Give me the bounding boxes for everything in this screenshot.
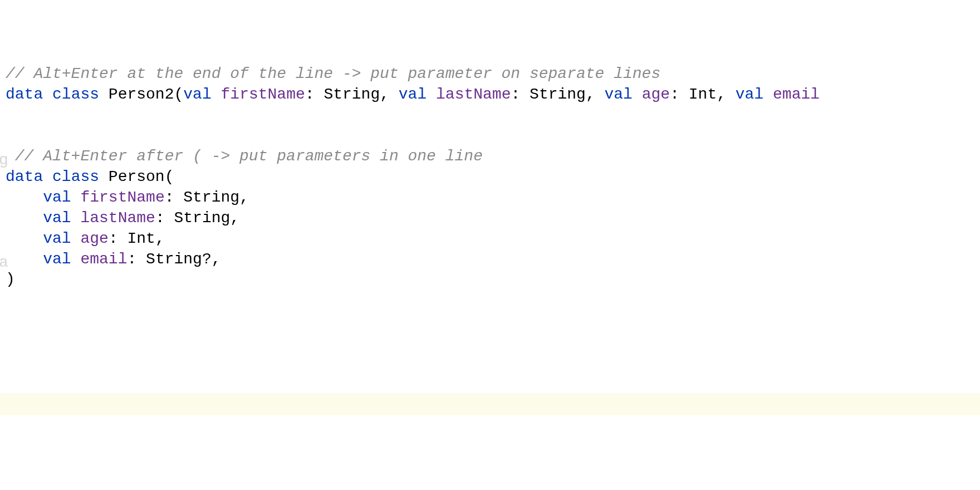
comma: , <box>586 86 605 103</box>
param-name: firstName <box>80 189 164 206</box>
type-name: Int <box>689 86 717 103</box>
param-name: lastName <box>80 209 155 227</box>
type-name: String <box>174 209 230 227</box>
keyword-val: val <box>43 189 71 206</box>
class-name: Person <box>109 168 165 185</box>
code-comment: // Alt+Enter after ( -> put parameters i… <box>6 148 483 165</box>
space <box>99 168 109 185</box>
comma: , <box>155 230 165 247</box>
colon: : <box>165 189 184 206</box>
colon: : <box>670 86 689 103</box>
code-comment: // Alt+Enter at the end of the line -> p… <box>6 65 660 82</box>
type-name: String <box>146 251 202 268</box>
space <box>43 168 52 185</box>
keyword-val: val <box>43 230 71 247</box>
param-name: age <box>80 230 108 247</box>
colon: : <box>109 230 128 247</box>
close-paren: ) <box>6 271 15 288</box>
param-name: firstName <box>221 86 305 103</box>
keyword-val: val <box>736 86 763 103</box>
space <box>212 86 221 103</box>
comma: , <box>717 86 736 103</box>
type-name: String <box>530 86 586 103</box>
keyword-data: data <box>6 168 43 185</box>
indent <box>6 189 43 206</box>
comma: , <box>380 86 399 103</box>
space <box>427 86 436 103</box>
param-name: lastName <box>436 86 511 103</box>
keyword-data: data <box>6 86 43 103</box>
nullable-comma: ?, <box>202 251 221 268</box>
param-name: email <box>773 86 820 103</box>
space <box>43 86 52 103</box>
type-name: Int <box>127 230 155 247</box>
space <box>71 209 81 227</box>
type-name: String <box>324 86 380 103</box>
open-paren: ( <box>165 168 174 185</box>
comma: , <box>230 209 239 227</box>
indent <box>6 209 43 227</box>
indent <box>6 251 43 268</box>
open-paren: ( <box>174 86 183 103</box>
space <box>71 251 81 268</box>
space <box>633 86 642 103</box>
comma: , <box>239 189 249 206</box>
keyword-val: val <box>605 86 633 103</box>
space <box>763 86 773 103</box>
class-name: Person2 <box>109 86 174 103</box>
param-name: email <box>80 251 127 268</box>
space <box>99 86 109 103</box>
colon: : <box>511 86 530 103</box>
colon: : <box>155 209 174 227</box>
param-name: age <box>642 86 670 103</box>
space <box>71 189 81 206</box>
keyword-val: val <box>43 209 71 227</box>
footer-highlight-band <box>0 393 980 415</box>
keyword-val: val <box>399 86 427 103</box>
keyword-class: class <box>52 86 99 103</box>
gutter-marker-icon: a <box>0 253 8 273</box>
space <box>71 230 81 247</box>
keyword-class: class <box>52 168 99 185</box>
indent <box>6 230 43 247</box>
type-name: String <box>183 189 239 206</box>
code-editor[interactable]: // Alt+Enter at the end of the line -> p… <box>0 0 980 290</box>
keyword-val: val <box>43 251 71 268</box>
colon: : <box>305 86 324 103</box>
colon: : <box>127 251 146 268</box>
keyword-val: val <box>183 86 211 103</box>
gutter-marker-icon: g <box>0 150 8 171</box>
